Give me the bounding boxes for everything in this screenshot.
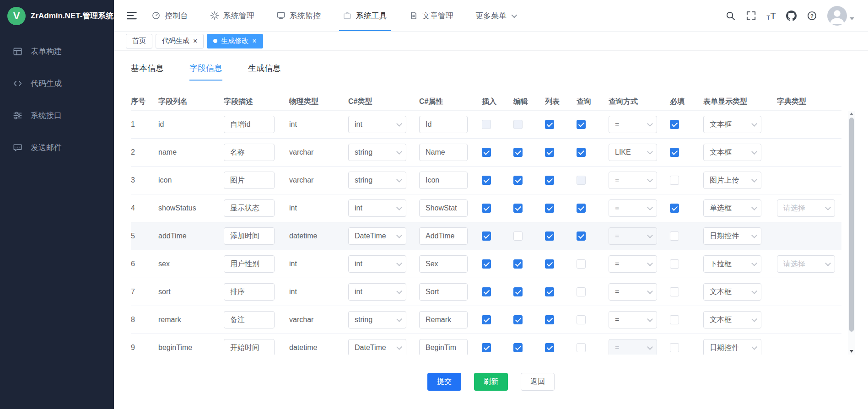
back-button[interactable]: 返回 — [521, 373, 555, 391]
nav-item-console[interactable]: 控制台 — [151, 0, 188, 31]
display-type-select[interactable]: 文本框 — [703, 283, 761, 301]
search-icon[interactable] — [725, 11, 736, 21]
display-type-select[interactable]: 日期控件 — [703, 227, 761, 245]
close-icon[interactable]: × — [252, 38, 256, 45]
csharp-type-select[interactable]: int — [348, 199, 406, 217]
description-input[interactable] — [224, 227, 275, 245]
list-checkbox[interactable] — [545, 148, 554, 157]
insert-checkbox[interactable] — [482, 176, 491, 185]
csharp-property-input[interactable] — [419, 116, 468, 133]
display-type-select[interactable]: 单选框 — [703, 199, 761, 217]
edit-checkbox[interactable] — [513, 259, 523, 269]
nav-item-article-manage[interactable]: 文章管理 — [409, 0, 453, 31]
list-checkbox[interactable] — [545, 343, 554, 352]
query-checkbox[interactable] — [577, 148, 586, 157]
csharp-property-input[interactable] — [419, 339, 468, 355]
edit-checkbox[interactable] — [513, 231, 523, 241]
display-type-select[interactable]: 文本框 — [703, 116, 761, 133]
csharp-property-input[interactable] — [419, 311, 468, 328]
csharp-property-input[interactable] — [419, 199, 468, 217]
list-checkbox[interactable] — [545, 259, 554, 269]
tab-gen-info[interactable]: 生成信息 — [248, 63, 281, 81]
sidebar-item-code-gen[interactable]: 代码生成 — [0, 67, 114, 99]
insert-checkbox[interactable] — [482, 204, 491, 213]
description-input[interactable] — [224, 255, 275, 273]
query-method-select[interactable]: LIKE — [609, 144, 657, 161]
query-checkbox[interactable] — [577, 204, 586, 213]
query-method-select[interactable]: = — [609, 116, 657, 133]
insert-checkbox[interactable] — [482, 120, 491, 129]
required-checkbox[interactable] — [670, 315, 679, 324]
fullscreen-icon[interactable] — [746, 11, 756, 21]
csharp-property-input[interactable] — [419, 227, 468, 245]
query-method-select[interactable]: = — [609, 172, 657, 189]
required-checkbox[interactable] — [670, 259, 679, 269]
query-checkbox[interactable] — [577, 176, 586, 185]
hamburger-icon[interactable] — [126, 10, 138, 22]
query-checkbox[interactable] — [577, 231, 586, 241]
query-checkbox[interactable] — [577, 343, 586, 352]
csharp-type-select[interactable]: DateTime — [348, 227, 406, 245]
required-checkbox[interactable] — [670, 287, 679, 296]
list-checkbox[interactable] — [545, 204, 554, 213]
insert-checkbox[interactable] — [482, 287, 491, 296]
required-checkbox[interactable] — [670, 204, 679, 213]
app-logo[interactable]: V ZrAdmin.NET-管理系统 — [0, 0, 114, 32]
insert-checkbox[interactable] — [482, 231, 491, 241]
scroll-down-icon[interactable] — [848, 348, 855, 355]
tag-code-gen[interactable]: 代码生成 × — [156, 34, 204, 48]
submit-button[interactable]: 提交 — [427, 373, 461, 391]
sidebar-item-form-builder[interactable]: 表单构建 — [0, 35, 114, 67]
description-input[interactable] — [224, 116, 275, 133]
description-input[interactable] — [224, 144, 275, 161]
csharp-type-select[interactable]: int — [348, 283, 406, 301]
tag-home[interactable]: 首页 — [126, 34, 152, 48]
edit-checkbox[interactable] — [513, 287, 523, 296]
nav-item-more-menu[interactable]: 更多菜单 — [475, 0, 516, 31]
edit-checkbox[interactable] — [513, 120, 523, 129]
csharp-property-input[interactable] — [419, 172, 468, 189]
tab-basic-info[interactable]: 基本信息 — [131, 63, 164, 81]
description-input[interactable] — [224, 311, 275, 328]
query-checkbox[interactable] — [577, 287, 586, 296]
required-checkbox[interactable] — [670, 231, 679, 241]
csharp-property-input[interactable] — [419, 144, 468, 161]
description-input[interactable] — [224, 199, 275, 217]
insert-checkbox[interactable] — [482, 343, 491, 352]
sidebar-item-send-mail[interactable]: 发送邮件 — [0, 131, 114, 163]
required-checkbox[interactable] — [670, 343, 679, 352]
refresh-button[interactable]: 刷新 — [474, 373, 508, 391]
display-type-select[interactable]: 下拉框 — [703, 255, 761, 273]
help-icon[interactable]: ? — [807, 11, 817, 21]
query-checkbox[interactable] — [577, 315, 586, 324]
nav-item-system-manage[interactable]: 系统管理 — [210, 0, 254, 31]
edit-checkbox[interactable] — [513, 315, 523, 324]
query-method-select[interactable]: = — [609, 339, 657, 355]
list-checkbox[interactable] — [545, 176, 554, 185]
query-method-select[interactable]: = — [609, 311, 657, 328]
query-method-select[interactable]: = — [609, 199, 657, 217]
query-method-select[interactable]: = — [609, 283, 657, 301]
tag-gen-edit[interactable]: 生成修改 × — [207, 34, 263, 48]
list-checkbox[interactable] — [545, 120, 554, 129]
required-checkbox[interactable] — [670, 120, 679, 129]
nav-item-system-monitor[interactable]: 系统监控 — [276, 0, 321, 31]
list-checkbox[interactable] — [545, 231, 554, 241]
insert-checkbox[interactable] — [482, 315, 491, 324]
query-checkbox[interactable] — [577, 259, 586, 269]
edit-checkbox[interactable] — [513, 204, 523, 213]
table-scrollbar[interactable] — [848, 111, 855, 355]
description-input[interactable] — [224, 283, 275, 301]
sidebar-item-system-api[interactable]: 系统接口 — [0, 99, 114, 131]
csharp-property-input[interactable] — [419, 283, 468, 301]
required-checkbox[interactable] — [670, 148, 679, 157]
edit-checkbox[interactable] — [513, 148, 523, 157]
display-type-select[interactable]: 日期控件 — [703, 339, 761, 355]
list-checkbox[interactable] — [545, 315, 554, 324]
csharp-property-input[interactable] — [419, 255, 468, 273]
description-input[interactable] — [224, 172, 275, 189]
csharp-type-select[interactable]: string — [348, 172, 406, 189]
query-method-select[interactable]: = — [609, 255, 657, 273]
display-type-select[interactable]: 文本框 — [703, 311, 761, 328]
query-method-select[interactable]: = — [609, 227, 657, 245]
